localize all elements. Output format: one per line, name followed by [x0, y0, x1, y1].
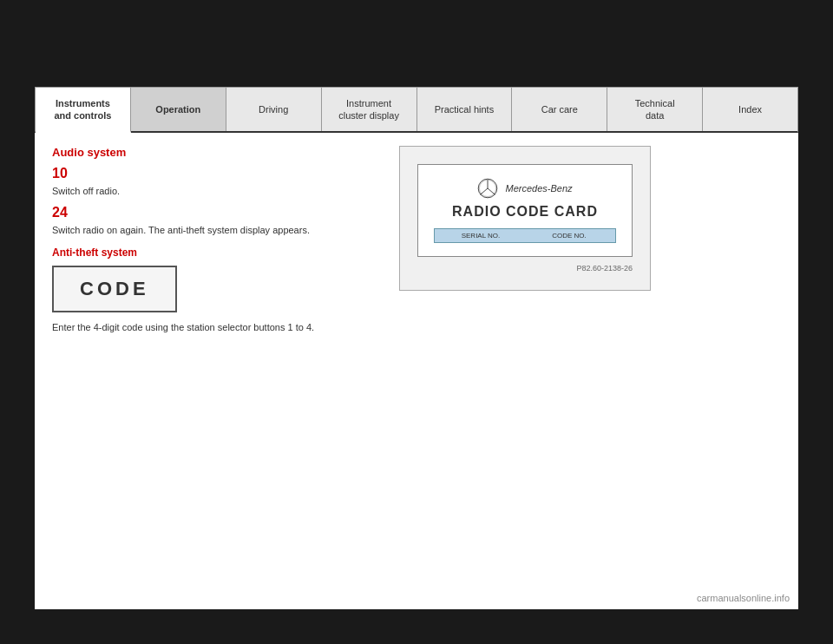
- nav-item-driving[interactable]: Driving: [226, 88, 322, 131]
- nav-label-driving: Driving: [259, 103, 288, 115]
- radio-card: Mercedes-Benz RADIO CODE CARD SERIAL NO.…: [417, 164, 633, 257]
- right-column: Mercedes-Benz RADIO CODE CARD SERIAL NO.…: [399, 141, 781, 339]
- step2-text: Switch radio on again. The anti-theft sy…: [52, 224, 382, 237]
- nav-item-practical-hints[interactable]: Practical hints: [417, 88, 513, 131]
- radio-card-container: Mercedes-Benz RADIO CODE CARD SERIAL NO.…: [399, 146, 651, 291]
- content-area: Instruments and controls Operation Drivi…: [35, 87, 798, 609]
- main-content: Audio system 10 Switch off radio. 24 Swi…: [35, 133, 798, 357]
- code-no-label: CODE NO.: [528, 232, 610, 240]
- watermark-area: carmanualsonline.info: [697, 589, 790, 605]
- nav-label-instruments: Instruments and controls: [54, 97, 111, 122]
- nav-label-car-care: Car care: [541, 103, 578, 115]
- nav-item-instruments[interactable]: Instruments and controls: [36, 88, 131, 133]
- step1-number: 10: [52, 166, 382, 181]
- nav-item-instrument-cluster[interactable]: Instrument cluster display: [322, 88, 417, 131]
- serial-label: SERIAL NO.: [440, 232, 521, 240]
- nav-item-index[interactable]: Index: [703, 88, 797, 131]
- svg-line-4: [488, 188, 495, 194]
- nav-label-instrument-cluster: Instrument cluster display: [338, 97, 399, 122]
- nav-item-car-care[interactable]: Car care: [512, 88, 607, 131]
- left-column: Audio system 10 Switch off radio. 24 Swi…: [52, 141, 382, 339]
- code-description: Enter the 4-digit code using the station…: [52, 321, 382, 334]
- serial-code-row: SERIAL NO. CODE NO.: [434, 228, 616, 243]
- image-reference: P82.60-2138-26: [417, 264, 633, 273]
- section-title: Audio system: [52, 146, 382, 159]
- mercedes-logo-row: Mercedes-Benz: [434, 178, 616, 199]
- nav-item-technical-data[interactable]: Technical data: [607, 88, 703, 131]
- mercedes-star-icon: [477, 178, 498, 199]
- anti-theft-label: Anti-theft system: [52, 246, 382, 259]
- brand-name: Mercedes-Benz: [505, 183, 572, 194]
- nav-label-technical-data: Technical data: [635, 97, 675, 122]
- nav-item-operation[interactable]: Operation: [131, 88, 226, 131]
- step2-number: 24: [52, 205, 382, 220]
- navigation-bar: Instruments and controls Operation Drivi…: [35, 87, 798, 133]
- step1-text: Switch off radio.: [52, 185, 382, 198]
- watermark-text: carmanualsonline.info: [697, 593, 790, 603]
- page-wrapper: Instruments and controls Operation Drivi…: [0, 0, 833, 644]
- code-display: CODE: [52, 266, 177, 312]
- nav-label-index: Index: [738, 103, 762, 115]
- svg-line-3: [481, 188, 488, 194]
- radio-code-title: RADIO CODE CARD: [434, 204, 616, 220]
- nav-label-operation: Operation: [155, 103, 200, 115]
- nav-label-practical-hints: Practical hints: [435, 103, 494, 115]
